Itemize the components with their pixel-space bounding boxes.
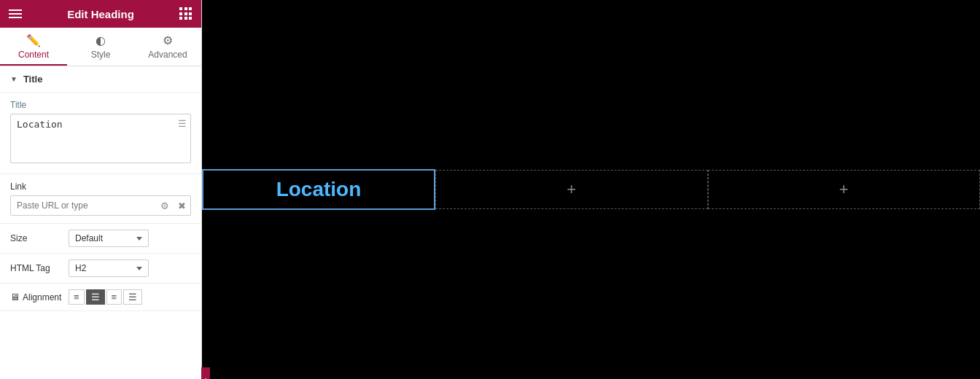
section-arrow-icon: ▼	[10, 75, 18, 83]
sidebar: Edit Heading ✏️ Content ◐ Style ⚙ Advanc…	[0, 0, 202, 379]
add-block-1-icon: +	[567, 180, 576, 199]
align-right-button[interactable]: ≡	[106, 289, 122, 305]
align-center-button[interactable]: ☰	[86, 289, 105, 305]
section-title-label: Title	[23, 74, 43, 85]
tab-content[interactable]: ✏️ Content	[0, 28, 67, 66]
monitor-icon: 🖥	[10, 292, 20, 302]
link-field-wrap: ⚙ ✖	[10, 195, 191, 216]
align-left-button[interactable]: ≡	[69, 289, 85, 305]
tab-advanced[interactable]: ⚙ Advanced	[134, 28, 201, 66]
add-block-1[interactable]: +	[435, 170, 708, 209]
section-title-header[interactable]: ▼ Title	[0, 66, 201, 93]
size-label: Size	[10, 233, 69, 243]
hamburger-icon[interactable]	[9, 9, 22, 18]
tab-advanced-label: Advanced	[148, 50, 187, 60]
heading-text: Location	[276, 178, 362, 201]
html-tag-label: HTML Tag	[10, 263, 69, 273]
tab-style-label: Style	[91, 50, 111, 60]
link-settings-button[interactable]: ⚙	[156, 198, 174, 214]
add-block-2-icon: +	[839, 180, 849, 199]
link-actions: ⚙ ✖	[156, 198, 190, 214]
title-label: Title	[10, 100, 191, 110]
title-textarea-wrap: Location ☰	[10, 114, 191, 166]
tab-content-label: Content	[18, 50, 49, 60]
size-row: Size Default Small Medium Large XL XXL	[0, 224, 201, 254]
advanced-icon: ⚙	[163, 34, 173, 47]
align-justify-button[interactable]: ☰	[123, 289, 142, 305]
link-input[interactable]	[11, 196, 156, 215]
size-select[interactable]: Default Small Medium Large XL XXL	[69, 230, 149, 247]
heading-block[interactable]: Location	[202, 169, 435, 210]
grid-icon[interactable]	[179, 7, 192, 20]
collapse-handle[interactable]: ‹	[201, 367, 210, 379]
style-icon: ◐	[96, 34, 106, 47]
content-icon: ✏️	[26, 34, 41, 47]
link-label: Link	[10, 181, 191, 192]
add-block-2[interactable]: +	[708, 170, 981, 209]
tab-style[interactable]: ◐ Style	[67, 28, 134, 66]
title-field-group: Title Location ☰	[0, 93, 201, 174]
tabs-bar: ✏️ Content ◐ Style ⚙ Advanced	[0, 28, 201, 66]
main-canvas: Location + +	[202, 0, 980, 379]
sidebar-content: ▼ Title Title Location ☰ Link ⚙ ✖ Siz	[0, 66, 201, 379]
canvas-row: Location + +	[202, 169, 980, 210]
html-tag-select[interactable]: H1 H2 H3 H4 H5 H6 div span p	[69, 259, 149, 277]
title-textarea[interactable]: Location	[10, 114, 191, 163]
alignment-label: 🖥 Alignment	[10, 292, 69, 302]
alignment-row: 🖥 Alignment ≡ ☰ ≡ ☰	[0, 284, 201, 311]
link-clear-button[interactable]: ✖	[174, 198, 190, 214]
html-tag-row: HTML Tag H1 H2 H3 H4 H5 H6 div span p	[0, 254, 201, 284]
alignment-buttons: ≡ ☰ ≡ ☰	[69, 289, 142, 305]
text-format-icon: ☰	[178, 118, 187, 129]
link-field-group: Link ⚙ ✖	[0, 174, 201, 224]
sidebar-title: Edit Heading	[67, 8, 134, 20]
sidebar-header: Edit Heading	[0, 0, 201, 28]
